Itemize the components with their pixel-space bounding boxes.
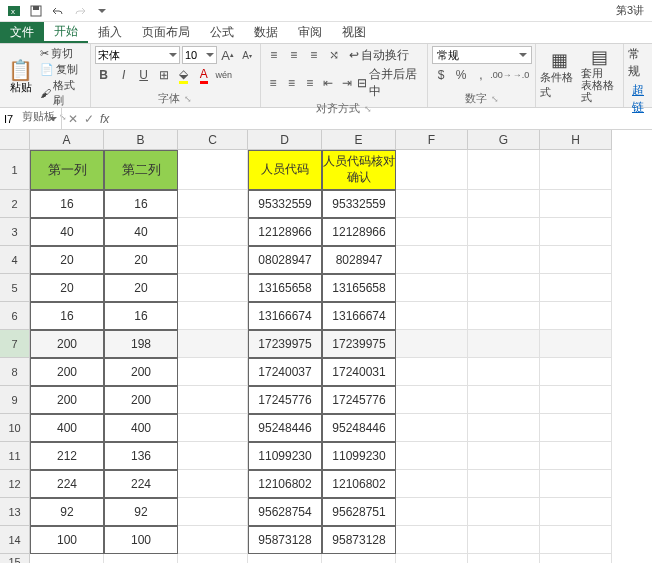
format-as-table-button[interactable]: ▤套用 表格格式 xyxy=(581,46,620,105)
cell[interactable] xyxy=(396,498,468,526)
tab-data[interactable]: 数据 xyxy=(244,22,288,43)
cell[interactable]: 200 xyxy=(30,358,104,386)
cell[interactable] xyxy=(396,190,468,218)
launcher-icon[interactable]: ⤡ xyxy=(491,94,499,104)
row-header[interactable]: 13 xyxy=(0,498,30,526)
cell[interactable]: 20 xyxy=(30,274,104,302)
cell-a1[interactable]: 第一列 xyxy=(30,150,104,190)
row-header[interactable]: 6 xyxy=(0,302,30,330)
align-left-button[interactable]: ≡ xyxy=(265,74,281,92)
wrap-text-button[interactable]: ↩自动换行 xyxy=(349,47,409,64)
cell[interactable]: 40 xyxy=(104,218,178,246)
cell[interactable]: 200 xyxy=(104,386,178,414)
cell[interactable] xyxy=(396,386,468,414)
row-header[interactable]: 5 xyxy=(0,274,30,302)
row-header[interactable]: 15 xyxy=(0,554,30,563)
accounting-button[interactable]: $ xyxy=(432,66,450,84)
percent-button[interactable]: % xyxy=(452,66,470,84)
cell[interactable]: 17240031 xyxy=(322,358,396,386)
cell[interactable]: 400 xyxy=(104,414,178,442)
cell[interactable] xyxy=(468,554,540,563)
cell[interactable] xyxy=(178,554,248,563)
bold-button[interactable]: B xyxy=(95,66,113,84)
cell[interactable] xyxy=(468,218,540,246)
tab-home[interactable]: 开始 xyxy=(44,22,88,43)
number-format-select[interactable]: 常规 xyxy=(432,46,532,64)
col-header-g[interactable]: G xyxy=(468,130,540,150)
cell[interactable] xyxy=(248,554,322,563)
cell[interactable]: 08028947 xyxy=(248,246,322,274)
font-size-select[interactable]: 10 xyxy=(182,46,217,64)
col-header-c[interactable]: C xyxy=(178,130,248,150)
align-bottom-button[interactable]: ≡ xyxy=(305,46,323,64)
merge-center-button[interactable]: ⊟合并后居中 xyxy=(357,66,423,100)
cell-g1[interactable] xyxy=(468,150,540,190)
tab-layout[interactable]: 页面布局 xyxy=(132,22,200,43)
cell[interactable]: 12106802 xyxy=(248,470,322,498)
cell[interactable] xyxy=(468,302,540,330)
cell[interactable]: 95332559 xyxy=(322,190,396,218)
cell[interactable] xyxy=(396,554,468,563)
cell[interactable] xyxy=(178,498,248,526)
cell[interactable]: 8028947 xyxy=(322,246,396,274)
cell[interactable] xyxy=(540,554,612,563)
cancel-icon[interactable]: ✕ xyxy=(68,112,78,126)
cell[interactable] xyxy=(540,246,612,274)
cell-h1[interactable] xyxy=(540,150,612,190)
copy-button[interactable]: 📄复制 xyxy=(40,62,86,77)
cell[interactable]: 198 xyxy=(104,330,178,358)
cell[interactable] xyxy=(468,386,540,414)
cell[interactable]: 16 xyxy=(104,302,178,330)
select-all-corner[interactable] xyxy=(0,130,30,150)
cell[interactable] xyxy=(468,358,540,386)
cell[interactable] xyxy=(178,526,248,554)
cell[interactable]: 40 xyxy=(30,218,104,246)
cell[interactable]: 12106802 xyxy=(322,470,396,498)
phonetic-button[interactable]: wén xyxy=(215,66,233,84)
cell[interactable]: 13166674 xyxy=(248,302,322,330)
row-header[interactable]: 14 xyxy=(0,526,30,554)
row-header[interactable]: 2 xyxy=(0,190,30,218)
cell[interactable] xyxy=(396,442,468,470)
col-header-d[interactable]: D xyxy=(248,130,322,150)
cell[interactable]: 20 xyxy=(104,274,178,302)
cell[interactable] xyxy=(178,358,248,386)
border-button[interactable]: ⊞ xyxy=(155,66,173,84)
conditional-formatting-button[interactable]: ▦条件格式 xyxy=(540,46,579,105)
italic-button[interactable]: I xyxy=(115,66,133,84)
cell[interactable]: 92 xyxy=(30,498,104,526)
shrink-font-button[interactable]: A▾ xyxy=(238,46,255,64)
cell[interactable]: 92 xyxy=(104,498,178,526)
cell[interactable] xyxy=(396,302,468,330)
tab-formulas[interactable]: 公式 xyxy=(200,22,244,43)
cell[interactable] xyxy=(178,470,248,498)
cell[interactable] xyxy=(322,554,396,563)
cell[interactable]: 17239975 xyxy=(322,330,396,358)
cell[interactable] xyxy=(396,218,468,246)
cell[interactable] xyxy=(396,358,468,386)
font-color-button[interactable]: A xyxy=(195,66,213,84)
cell-b1[interactable]: 第二列 xyxy=(104,150,178,190)
cell[interactable] xyxy=(540,218,612,246)
orientation-button[interactable]: ⤭ xyxy=(325,46,343,64)
cell[interactable] xyxy=(468,246,540,274)
cell[interactable]: 95248446 xyxy=(248,414,322,442)
cell[interactable] xyxy=(178,330,248,358)
align-top-button[interactable]: ≡ xyxy=(265,46,283,64)
cell[interactable] xyxy=(540,330,612,358)
cell[interactable] xyxy=(468,498,540,526)
cell[interactable]: 95873128 xyxy=(322,526,396,554)
row-header[interactable]: 9 xyxy=(0,386,30,414)
enter-icon[interactable]: ✓ xyxy=(84,112,94,126)
format-painter-button[interactable]: 🖌格式刷 xyxy=(40,78,86,108)
cell[interactable] xyxy=(396,414,468,442)
formula-input[interactable] xyxy=(115,108,646,129)
cell[interactable]: 13165658 xyxy=(322,274,396,302)
cell[interactable] xyxy=(396,274,468,302)
cell[interactable]: 16 xyxy=(30,190,104,218)
row-header[interactable]: 11 xyxy=(0,442,30,470)
cell[interactable]: 400 xyxy=(30,414,104,442)
cell[interactable]: 200 xyxy=(30,330,104,358)
cell[interactable] xyxy=(540,302,612,330)
tab-view[interactable]: 视图 xyxy=(332,22,376,43)
